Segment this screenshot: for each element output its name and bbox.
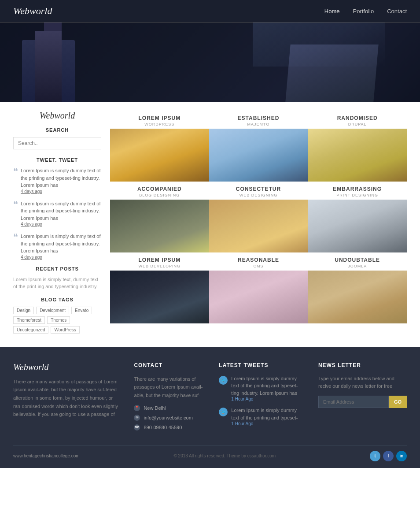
nav-home[interactable]: Home bbox=[324, 8, 340, 15]
recent-posts-section: RECENT POSTS Lorem Ipsum is simply text,… bbox=[13, 266, 101, 290]
footer-grid: Webworld There are many variations of pa… bbox=[13, 362, 407, 434]
footer-copyright: © 2013 All rights reserved. Theme by css… bbox=[173, 453, 276, 458]
footer-contact: CONTACT There are many variations of pas… bbox=[134, 362, 206, 434]
portfolio-title-7: LOREM IPSUM bbox=[112, 257, 207, 263]
portfolio-sub-3: DRUPAL bbox=[310, 122, 405, 126]
footer-tweet-2: 🐦 Lorem Ipsum is simply dummy text of th… bbox=[219, 407, 305, 426]
portfolio-item-1[interactable]: LOREM IPSUM WORDPRESS bbox=[110, 111, 209, 182]
phone-icon: ☎ bbox=[134, 424, 140, 431]
footer-phone: ☎ 890-09880-45590 bbox=[134, 424, 206, 431]
header-top: Webworld Home Portfolio Contact bbox=[0, 0, 420, 22]
portfolio-sub-4: BLOG DESIGNING bbox=[112, 193, 207, 197]
portfolio-image-9 bbox=[308, 271, 407, 323]
newsletter-title: NEWS LETTER bbox=[318, 362, 407, 368]
footer-bottom-url: www.heritagechristiancollege.com bbox=[13, 453, 80, 458]
portfolio-title-8: REASONABLE bbox=[211, 257, 306, 263]
site-logo-header: Webworld bbox=[13, 5, 52, 17]
social-icons: t f in bbox=[370, 451, 407, 461]
portfolio-sub-1: WORDPRESS bbox=[112, 122, 207, 126]
portfolio-title-3: RANDOMISED bbox=[310, 115, 405, 121]
sidebar-logo: Webworld bbox=[13, 111, 101, 121]
portfolio-item-5[interactable]: CONSECTETUR WEB DESIGNING bbox=[209, 182, 308, 252]
portfolio-label-5: CONSECTETUR WEB DESIGNING bbox=[209, 182, 308, 200]
tweet-text-2: Lorem Ipsum is simply dummy text of the … bbox=[21, 200, 101, 222]
main-nav: Home Portfolio Contact bbox=[324, 8, 407, 15]
portfolio-sub-6: PRINT DESIGNING bbox=[310, 193, 405, 197]
portfolio-item-3[interactable]: RANDOMISED DRUPAL bbox=[308, 111, 407, 182]
tweets-title: TWEET. TWEET bbox=[13, 157, 101, 163]
footer-email[interactable]: ✉ info@yourwebsite.com bbox=[134, 415, 206, 421]
newsletter-email-input[interactable] bbox=[318, 396, 389, 408]
img-turntable bbox=[209, 271, 308, 323]
social-linkedin-icon[interactable]: in bbox=[396, 451, 407, 461]
portfolio-image-3 bbox=[308, 129, 407, 182]
portfolio-title-4: ACCOMPANIED bbox=[112, 186, 207, 192]
newsletter-submit-button[interactable]: GO bbox=[389, 396, 407, 408]
portfolio-item-7[interactable]: LOREM IPSUM WEB DEVELOPING bbox=[110, 252, 209, 323]
portfolio-item-4[interactable]: ACCOMPANIED BLOG DESIGNING bbox=[110, 182, 209, 252]
footer-tweet-content-2: Lorem Ipsum is simply dummy text of the … bbox=[231, 407, 305, 426]
img-cat bbox=[308, 271, 407, 323]
footer-newsletter: NEWS LETTER Type your email address belo… bbox=[318, 362, 407, 434]
social-facebook-icon[interactable]: f bbox=[383, 451, 394, 461]
tweet-item-3: ❝ Lorem Ipsum is simply dummy text of th… bbox=[13, 233, 101, 260]
sidebar: Webworld SEARCH TWEET. TWEET ❝ Lorem Ips… bbox=[13, 111, 101, 338]
nav-contact[interactable]: Contact bbox=[387, 8, 407, 15]
tweet-quote-2: ❝ bbox=[13, 200, 18, 209]
portfolio-sub-5: WEB DESIGNING bbox=[211, 193, 306, 197]
portfolio-image-2 bbox=[209, 129, 308, 182]
img-lighthouse bbox=[308, 200, 407, 252]
img-birds bbox=[308, 129, 407, 182]
portfolio-label-2: ESTABLISHED MAJEMTO bbox=[209, 111, 308, 129]
portfolio-item-2[interactable]: ESTABLISHED MAJEMTO bbox=[209, 111, 308, 182]
portfolio-title-1: LOREM IPSUM bbox=[112, 115, 207, 121]
footer-address: 📍 New Delhi bbox=[134, 405, 206, 411]
tweet-content-3: Lorem Ipsum is simply dummy text of the … bbox=[21, 233, 101, 260]
tag-envato[interactable]: Envato bbox=[71, 307, 92, 314]
portfolio-label-7: LOREM IPSUM WEB DEVELOPING bbox=[110, 252, 209, 271]
footer-tweet-time-1[interactable]: 1 Hour Ago bbox=[231, 397, 305, 401]
portfolio-image-7 bbox=[110, 271, 209, 323]
tag-design[interactable]: Design bbox=[13, 307, 34, 314]
hero-building-2 bbox=[35, 31, 62, 102]
portfolio-image-5 bbox=[209, 200, 308, 252]
footer-twitter-icon-1: 🐦 bbox=[219, 376, 228, 385]
portfolio-image-4 bbox=[110, 200, 209, 252]
tag-development[interactable]: Development bbox=[36, 307, 69, 314]
portfolio-sub-8: CMS bbox=[211, 264, 306, 268]
tweet-time-1[interactable]: 4 days ago bbox=[21, 189, 101, 194]
portfolio-image-6 bbox=[308, 200, 407, 252]
recent-post-text: Lorem Ipsum is simply text, dummy text o… bbox=[13, 276, 101, 290]
footer-desc: There are many variations of passages of… bbox=[13, 378, 121, 419]
footer: Webworld There are many variations of pa… bbox=[0, 347, 420, 468]
portfolio-image-8 bbox=[209, 271, 308, 323]
footer-about: Webworld There are many variations of pa… bbox=[13, 362, 121, 434]
footer-logo: Webworld bbox=[13, 362, 121, 372]
nav-portfolio[interactable]: Portfolio bbox=[353, 8, 374, 15]
footer-address-text: New Delhi bbox=[144, 405, 166, 411]
search-title: SEARCH bbox=[13, 127, 101, 133]
footer-email-text: info@yourwebsite.com bbox=[144, 415, 192, 420]
tweet-time-2[interactable]: 4 days ago bbox=[21, 222, 101, 226]
blog-tags-title: BLOG TAGS bbox=[13, 297, 101, 302]
portfolio-item-6[interactable]: EMBARRASSING PRINT DESIGNING bbox=[308, 182, 407, 252]
portfolio-label-3: RANDOMISED DRUPAL bbox=[308, 111, 407, 129]
portfolio-item-9[interactable]: UNDOUBTABLE JOOMLA bbox=[308, 252, 407, 323]
portfolio-label-9: UNDOUBTABLE JOOMLA bbox=[308, 252, 407, 271]
portfolio-title-9: UNDOUBTABLE bbox=[310, 257, 405, 263]
portfolio-item-8[interactable]: REASONABLE CMS bbox=[209, 252, 308, 323]
social-twitter-icon[interactable]: t bbox=[370, 451, 380, 461]
tag-wordpress[interactable]: WordPress bbox=[51, 326, 79, 334]
footer-phone-text: 890-09880-45590 bbox=[144, 425, 182, 430]
img-boat bbox=[209, 129, 308, 182]
tweet-section: TWEET. TWEET ❝ Lorem Ipsum is simply dum… bbox=[13, 157, 101, 260]
footer-tweet-time-2[interactable]: 1 Hour Ago bbox=[231, 421, 305, 426]
search-input[interactable] bbox=[13, 137, 101, 149]
tag-themeforest[interactable]: Themeforest bbox=[13, 316, 45, 324]
tweet-text-3: Lorem Ipsum is simply dummy text of the … bbox=[21, 233, 101, 255]
tag-uncategorized[interactable]: Uncategorized bbox=[13, 326, 48, 334]
portfolio-title-5: CONSECTETUR bbox=[211, 186, 306, 192]
tweet-time-3[interactable]: 4 days ago bbox=[21, 255, 101, 260]
tweet-content-2: Lorem Ipsum is simply dummy text of the … bbox=[21, 200, 101, 227]
tag-themes[interactable]: Themes bbox=[47, 316, 70, 324]
